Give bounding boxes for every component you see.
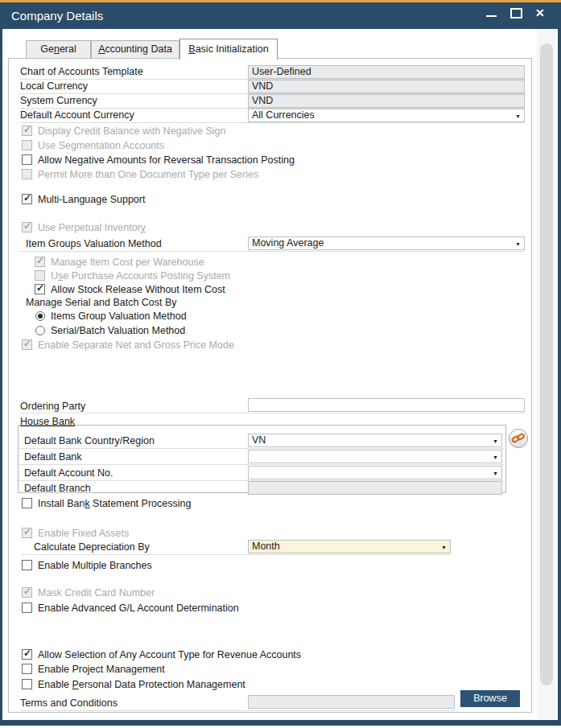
checkbox: ✓ [22, 140, 32, 150]
tab-accounting-data[interactable]: Accounting Data [91, 40, 179, 59]
checkbox-multi-language[interactable]: ✓ Multi-Language Support [22, 193, 145, 205]
window-border [558, 29, 561, 726]
default-bank-dropdown[interactable]: ▼ [248, 450, 502, 463]
checkbox[interactable]: ✓ [22, 679, 32, 689]
checkbox-enable-multiple-branches[interactable]: ✓ Enable Multiple Branches [22, 559, 152, 571]
minimize-button[interactable] [482, 0, 501, 27]
local-currency-label: Local Currency [20, 80, 88, 93]
default-account-no-dropdown[interactable]: ▼ [248, 466, 502, 479]
manage-serial-batch-label: Manage Serial and Batch Cost By [26, 296, 177, 310]
checkbox-use-segmentation: ✓ Use Segmentation Accounts [22, 139, 164, 151]
checkbox: ✓ [22, 339, 32, 350]
checkbox-enable-fixed-assets: ✓ Enable Fixed Assets [22, 527, 129, 539]
default-bank-label: Default Bank [24, 450, 82, 464]
dropdown-arrow-icon: ▼ [515, 113, 521, 120]
ordering-party-input[interactable] [248, 398, 525, 412]
default-bank-country-dropdown[interactable]: VN ▼ [248, 434, 502, 447]
default-branch-label: Default Branch [24, 482, 91, 496]
item-groups-valuation-label: Item Groups Valuation Method [26, 237, 162, 251]
dropdown-arrow-icon: ▼ [493, 470, 498, 477]
checkbox[interactable]: ✓ [22, 498, 32, 508]
checkbox-enable-project-management[interactable]: ✓ Enable Project Management [22, 663, 165, 675]
checkbox: ✓ [22, 125, 32, 136]
checkbox-allow-negative-reversal[interactable]: ✓ Allow Negative Amounts for Reversal Tr… [22, 154, 295, 166]
checkbox: ✓ [22, 222, 32, 232]
default-account-currency-label: Default Account Currency [20, 109, 134, 122]
company-details-window: Company Details ✕ General Accounting Dat… [0, 0, 561, 728]
ordering-party-label: Ordering Party [20, 400, 85, 413]
item-groups-valuation-dropdown[interactable]: Moving Average ▼ [248, 236, 525, 250]
maximize-button[interactable] [506, 0, 526, 27]
tab-general[interactable]: General [26, 40, 91, 59]
link-arrow-icon[interactable] [509, 429, 528, 448]
checkbox-install-bank-statement[interactable]: ✓ Install Bank Statement Processing [22, 497, 191, 509]
checkbox-mask-credit-card: ✓ Mask Credit Card Number [22, 586, 155, 598]
checkbox-permit-more-doc-types: ✓ Permit More than One Document Type per… [22, 168, 258, 180]
chart-of-accounts-template-label: Chart of Accounts Template [20, 65, 143, 79]
default-account-currency-dropdown[interactable]: All Currencies ▼ [248, 109, 525, 122]
checkbox: ✓ [22, 528, 32, 538]
dropdown-arrow-icon: ▼ [441, 544, 447, 551]
checkbox-manage-item-cost-warehouse: ✓ Manage Item Cost per Warehouse [35, 256, 204, 268]
radio-serial-batch-valuation[interactable]: Serial/Batch Valuation Method [35, 325, 185, 336]
chart-of-accounts-template-field: User-Defined [248, 65, 525, 79]
checkbox-allow-stock-release[interactable]: ✓ Allow Stock Release Without Item Cost [35, 283, 225, 295]
close-button[interactable]: ✕ [532, 0, 551, 27]
vertical-scrollbar-thumb[interactable] [540, 43, 553, 685]
title-bar: Company Details [0, 2, 561, 29]
checkbox: ✓ [22, 587, 32, 598]
checkbox-use-perpetual-inventory: ✓ Use Perpetual Inventory [22, 221, 146, 233]
default-branch-field [248, 481, 502, 495]
checkbox: ✓ [22, 169, 32, 179]
radio-items-group-valuation[interactable]: Items Group Valuation Method [35, 311, 187, 322]
maximize-icon [510, 8, 522, 19]
default-account-no-label: Default Account No. [24, 467, 113, 480]
checkbox-allow-selection-revenue[interactable]: ✓ Allow Selection of Any Account Type fo… [22, 648, 301, 660]
dropdown-arrow-icon: ▼ [493, 438, 498, 445]
calculate-depreciation-label: Calculate Depreciation By [34, 541, 150, 554]
dropdown-arrow-icon: ▼ [515, 241, 521, 248]
radio-button[interactable] [35, 326, 45, 335]
terms-and-conditions-label: Terms and Conditions [20, 697, 118, 710]
local-currency-field: VND [248, 80, 525, 93]
checkbox[interactable]: ✓ [22, 154, 32, 165]
system-currency-label: System Currency [20, 94, 97, 108]
checkbox: ✓ [35, 257, 45, 267]
checkbox-enable-personal-data-protection[interactable]: ✓ Enable Personal Data Protection Manage… [22, 678, 245, 690]
checkbox-enable-advanced-gl[interactable]: ✓ Enable Advanced G/L Account Determinat… [22, 602, 239, 614]
window-title: Company Details [11, 2, 103, 29]
terms-and-conditions-field [248, 695, 455, 709]
system-currency-field: VND [248, 94, 525, 108]
checkbox-enable-separate-net-gross: ✓ Enable Separate Net and Gross Price Mo… [22, 339, 234, 351]
checkbox: ✓ [35, 270, 45, 281]
checkbox-use-purchase-accounts: ✓ Use Purchase Accounts Posting System [35, 269, 230, 282]
checkbox[interactable]: ✓ [22, 664, 32, 674]
checkbox[interactable]: ✓ [22, 603, 32, 613]
checkbox[interactable]: ✓ [22, 649, 32, 660]
browse-button[interactable]: Browse [460, 690, 520, 707]
minimize-icon [486, 15, 497, 17]
checkbox-display-credit-balance: ✓ Display Credit Balance with Negative S… [22, 125, 225, 137]
checkbox[interactable]: ✓ [35, 284, 45, 294]
close-icon: ✕ [535, 6, 545, 20]
dropdown-arrow-icon: ▼ [493, 454, 498, 461]
default-bank-country-label: Default Bank Country/Region [24, 434, 155, 448]
calculate-depreciation-dropdown[interactable]: Month ▼ [248, 540, 451, 553]
tab-basic-initialization[interactable]: Basic Initialization [179, 39, 278, 60]
checkbox[interactable]: ✓ [22, 560, 32, 570]
radio-button[interactable] [35, 311, 45, 321]
checkbox[interactable]: ✓ [22, 194, 32, 204]
house-bank-link[interactable]: House Bank [20, 415, 75, 429]
window-border [0, 29, 2, 726]
window-border [0, 720, 561, 726]
